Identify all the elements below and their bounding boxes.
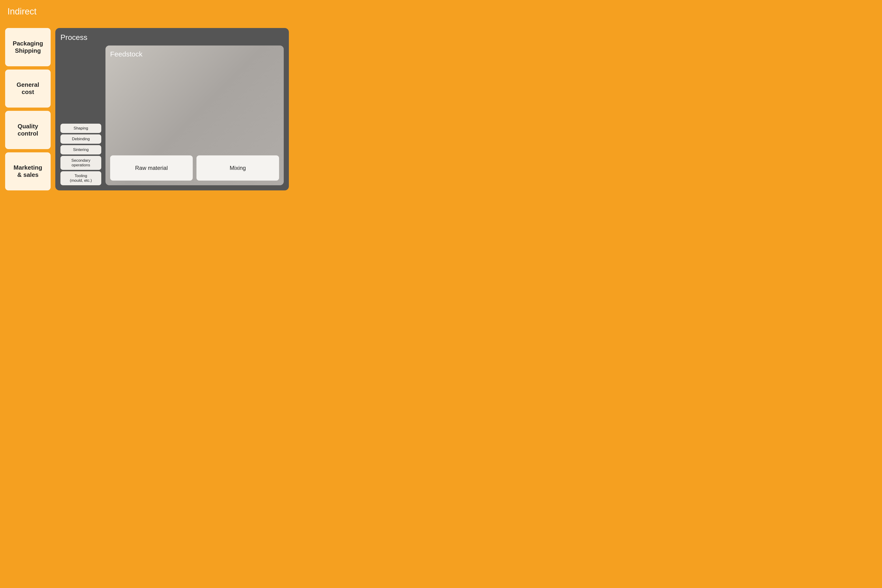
sidebar-item-marketing-sales[interactable]: Marketing & sales xyxy=(5,152,51,190)
sidebar-item-quality-control[interactable]: Quality control xyxy=(5,111,51,149)
step-debinding[interactable]: Debinding xyxy=(60,134,101,144)
sidebar-item-general-cost[interactable]: General cost xyxy=(5,69,51,108)
step-debinding-label: Debinding xyxy=(72,137,90,141)
step-secondary-operations-label: Secondary operations xyxy=(71,158,90,167)
feedstock-card-raw-material[interactable]: Raw material xyxy=(110,155,193,181)
sidebar-item-quality-control-label: Quality control xyxy=(18,123,38,137)
step-sintering-label: Sintering xyxy=(73,147,88,152)
step-shaping[interactable]: Shaping xyxy=(60,124,101,133)
feedstock-container: Feedstock Raw material Mixing xyxy=(105,45,284,185)
feedstock-card-raw-material-label: Raw material xyxy=(135,165,168,171)
feedstock-title: Feedstock xyxy=(110,50,279,58)
process-body: Shaping Debinding Sintering Secondary op… xyxy=(60,45,284,185)
process-title: Process xyxy=(60,33,284,42)
sidebar: Packaging Shipping General cost Quality … xyxy=(5,28,51,190)
step-tooling-label: Tooling (mould, etc.) xyxy=(70,174,92,183)
step-tooling[interactable]: Tooling (mould, etc.) xyxy=(60,171,101,185)
sidebar-item-packaging-shipping[interactable]: Packaging Shipping xyxy=(5,28,51,66)
steps-column: Shaping Debinding Sintering Secondary op… xyxy=(60,45,101,185)
process-container: Process Shaping Debinding Sintering Seco… xyxy=(55,28,289,190)
sidebar-item-packaging-shipping-label: Packaging Shipping xyxy=(13,40,43,54)
step-secondary-operations[interactable]: Secondary operations xyxy=(60,156,101,170)
sidebar-item-general-cost-label: General cost xyxy=(16,81,39,96)
page-title: Indirect xyxy=(0,0,294,16)
sidebar-item-marketing-sales-label: Marketing & sales xyxy=(14,164,42,178)
step-shaping-label: Shaping xyxy=(74,126,88,130)
step-sintering[interactable]: Sintering xyxy=(60,145,101,154)
main-layout: Packaging Shipping General cost Quality … xyxy=(5,28,289,190)
feedstock-card-mixing-label: Mixing xyxy=(230,165,246,171)
feedstock-cards: Raw material Mixing xyxy=(110,155,279,181)
feedstock-card-mixing[interactable]: Mixing xyxy=(196,155,279,181)
